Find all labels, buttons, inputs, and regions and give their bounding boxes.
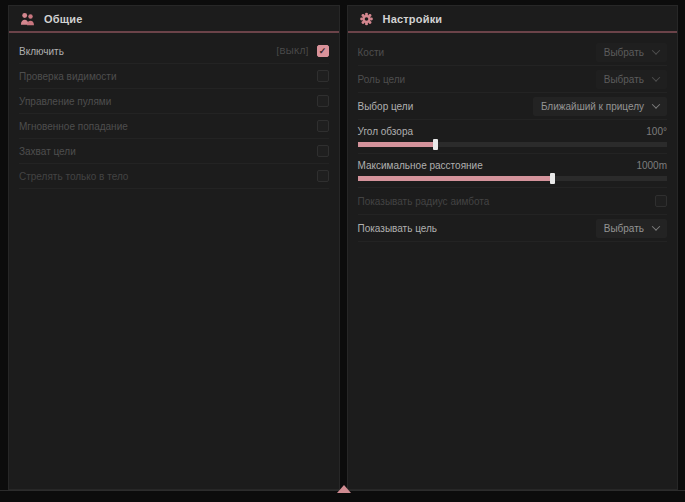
panel-settings: Настройки Кости Выбрать Роль цели Выбрат… [347, 5, 679, 490]
setting-label: Выбор цели [358, 101, 414, 112]
setting-row-target-selection: Выбор цели Ближайший к прицелу [358, 93, 668, 120]
setting-label: Угол обзора [358, 126, 414, 137]
setting-label: Максимальное расстояние [358, 160, 483, 171]
checkbox-bullet-control[interactable] [317, 95, 329, 107]
bones-dropdown[interactable]: Выбрать [596, 43, 667, 62]
checkbox-show-aimbot-radius[interactable] [655, 195, 667, 207]
slider-fill [358, 142, 435, 147]
target-selection-dropdown[interactable]: Ближайший к прицелу [533, 97, 667, 116]
slider-value: 1000m [636, 160, 667, 171]
settings-rows: Кости Выбрать Роль цели Выбрать Выбор це… [348, 33, 678, 242]
target-role-dropdown[interactable]: Выбрать [596, 70, 667, 89]
slider-handle[interactable] [550, 173, 555, 184]
setting-row-enable: Включить [ВЫКЛ] ✓ [19, 39, 329, 64]
setting-row-show-aimbot-radius: Показывать радиус аимбота [358, 188, 668, 215]
keybind-tag: [ВЫКЛ] [277, 46, 309, 56]
chevron-down-icon [652, 46, 660, 54]
dropdown-value: Ближайший к прицелу [541, 101, 644, 112]
panel-general-title: Общие [44, 13, 83, 25]
setting-row-target-lock: Захват цели [19, 139, 329, 164]
setting-row-body-only: Стрелять только в тело [19, 164, 329, 189]
checkbox-instant-hit[interactable] [317, 120, 329, 132]
panel-general: Общие Включить [ВЫКЛ] ✓ Проверка видимос… [8, 5, 340, 490]
setting-label: Кости [358, 47, 385, 58]
setting-row-fov: Угол обзора 100° [358, 120, 668, 154]
chevron-down-icon [652, 73, 660, 81]
setting-row-visibility-check: Проверка видимости [19, 64, 329, 89]
dropdown-value: Выбрать [604, 47, 644, 58]
setting-label: Мгновенное попадание [19, 121, 128, 132]
max-distance-slider[interactable] [358, 176, 668, 181]
chevron-down-icon [652, 222, 660, 230]
setting-label: Захват цели [19, 146, 76, 157]
dropdown-value: Выбрать [604, 74, 644, 85]
setting-label: Роль цели [358, 74, 406, 85]
setting-label: Управление пулями [19, 96, 111, 107]
setting-label: Включить [19, 46, 64, 57]
checkbox-enable[interactable]: ✓ [317, 45, 329, 57]
setting-label: Показывать радиус аимбота [358, 196, 490, 207]
checkbox-visibility-check[interactable] [317, 70, 329, 82]
general-rows: Включить [ВЫКЛ] ✓ Проверка видимости Упр… [9, 33, 339, 189]
dropdown-value: Выбрать [604, 223, 644, 234]
checkbox-target-lock[interactable] [317, 145, 329, 157]
setting-label: Проверка видимости [19, 71, 117, 82]
fov-slider[interactable] [358, 142, 668, 147]
panel-settings-title: Настройки [383, 13, 443, 25]
mod-menu: Общие Включить [ВЫКЛ] ✓ Проверка видимос… [8, 5, 678, 490]
slider-handle[interactable] [433, 139, 438, 150]
chevron-down-icon [652, 100, 660, 108]
setting-row-show-target: Показывать цель Выбрать [358, 215, 668, 242]
checkbox-body-only[interactable] [317, 170, 329, 182]
panel-settings-header: Настройки [348, 6, 678, 33]
setting-row-target-role: Роль цели Выбрать [358, 66, 668, 93]
panel-general-header: Общие [9, 6, 339, 33]
setting-row-bones: Кости Выбрать [358, 39, 668, 66]
slider-value: 100° [646, 126, 667, 137]
gear-icon [359, 12, 374, 26]
scroll-up-arrow-icon[interactable] [337, 485, 351, 493]
show-target-dropdown[interactable]: Выбрать [596, 219, 667, 238]
setting-row-bullet-control: Управление пулями [19, 89, 329, 114]
setting-row-max-distance: Максимальное расстояние 1000m [358, 154, 668, 188]
slider-fill [358, 176, 553, 181]
setting-row-instant-hit: Мгновенное попадание [19, 114, 329, 139]
setting-label: Показывать цель [358, 223, 438, 234]
users-icon [20, 12, 35, 26]
setting-label: Стрелять только в тело [19, 171, 128, 182]
